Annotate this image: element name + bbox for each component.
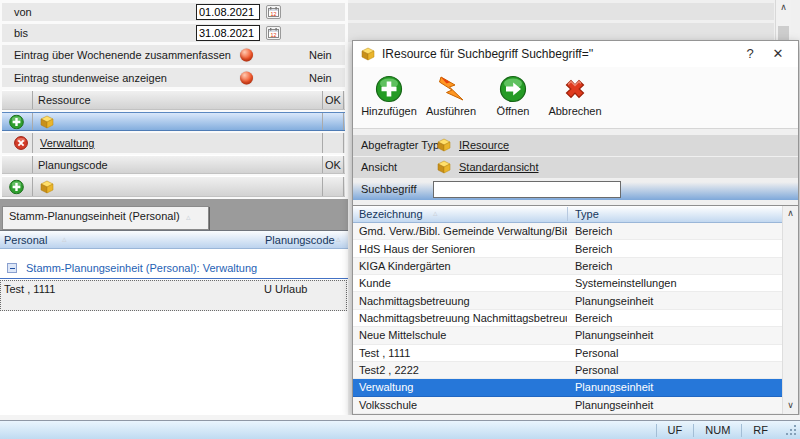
- execute-icon: [436, 74, 466, 104]
- table-row[interactable]: Nachmittagsbetreuung Nachmittagsbetreuu.…: [353, 310, 782, 327]
- tab-strip: Stamm-Planungseinheit (Personal) ▵: [0, 199, 348, 230]
- column-personal[interactable]: Personal: [4, 234, 47, 246]
- queried-type-link[interactable]: IResource: [459, 139, 509, 151]
- red-indicator-icon[interactable]: [240, 49, 253, 62]
- execute-button[interactable]: Ausführen: [423, 74, 479, 117]
- planungscode-add-row[interactable]: [2, 176, 345, 197]
- dialog-titlebar[interactable]: IResource für Suchbegriff Suchbegriff=''…: [353, 41, 798, 67]
- table-row[interactable]: Test , 1111 Personal: [353, 345, 782, 362]
- divider: [322, 91, 323, 109]
- planungscode-header-row: Planungscode OK: [2, 155, 345, 174]
- scroll-down-icon[interactable]: ∨: [783, 398, 798, 414]
- group-row[interactable]: Stamm-Planungseinheit (Personal): Verwal…: [0, 260, 348, 277]
- remove-icon[interactable]: [14, 136, 28, 150]
- add-icon[interactable]: [9, 114, 24, 129]
- bezeichnung-cell: Test , 1111: [353, 347, 567, 359]
- divider: [343, 133, 344, 153]
- type-cell: Personal: [567, 364, 618, 376]
- planungscode-cell: U Urlaub: [264, 283, 307, 295]
- view-link[interactable]: Standardansicht: [459, 161, 539, 173]
- divider: [322, 133, 323, 153]
- add-icon: [374, 74, 404, 104]
- divider: [322, 177, 323, 196]
- divider: [343, 113, 344, 130]
- result-table-body: Gmd. Verw./Bibl. Gemeinde Verwaltung/Bib…: [353, 223, 782, 414]
- column-planungscode[interactable]: Planungscode: [265, 234, 335, 246]
- open-icon: [498, 74, 528, 104]
- dialog-toolbar: Hinzufügen Ausführen Öffnen Abbrechen: [353, 67, 798, 129]
- red-indicator-icon[interactable]: [240, 71, 253, 84]
- divider: [343, 91, 344, 109]
- calendar-icon[interactable]: 12: [266, 26, 281, 40]
- divider: [322, 113, 323, 130]
- table-row[interactable]: Test , 1111 U Urlaub: [0, 280, 347, 311]
- date-to-input[interactable]: [196, 25, 260, 41]
- collapse-icon[interactable]: [7, 263, 17, 273]
- statusbar-item-uf: UF: [656, 424, 694, 437]
- table-row[interactable]: Kunde Systemeinstellungen: [353, 275, 782, 292]
- view-row: Ansicht Standardansicht: [353, 157, 798, 178]
- planungscode-ok-label: OK: [325, 159, 341, 171]
- queried-type-row: Abgefragter Typ IResource: [353, 135, 798, 156]
- table-row[interactable]: HdS Haus der Senioren Bereich: [353, 240, 782, 257]
- table-row[interactable]: Verwaltung Planungseinheit: [353, 379, 782, 396]
- personal-cell: Test , 1111: [4, 283, 55, 295]
- sort-asc-icon: ▵: [336, 234, 341, 244]
- close-icon[interactable]: ✕: [764, 43, 792, 65]
- type-cell: Systemeinstellungen: [567, 277, 677, 289]
- personal-grid-header: Personal ▵ Planungscode ▵: [0, 230, 348, 249]
- ressource-item-link[interactable]: Verwaltung: [40, 137, 94, 149]
- ressource-add-row[interactable]: [2, 112, 345, 131]
- type-cell: Personal: [567, 347, 618, 359]
- statusbar: UF NUM RF: [0, 420, 800, 439]
- divider: [343, 156, 344, 173]
- column-type[interactable]: Type: [575, 208, 599, 220]
- divider: [32, 133, 33, 153]
- resource-cube-icon: [437, 138, 451, 152]
- help-button[interactable]: ?: [736, 43, 764, 65]
- main-window-panel: von 12 bis 12 Eintrag über Wochenende zu…: [0, 0, 348, 420]
- resource-cube-icon: [437, 160, 451, 174]
- tab-stamm-planungseinheit[interactable]: Stamm-Planungseinheit (Personal) ▵: [2, 206, 209, 230]
- main-vertical-scrollbar[interactable]: ∧: [775, 0, 791, 42]
- queried-type-label: Abgefragter Typ: [361, 139, 439, 151]
- result-table: Bezeichnung ▵ Type Gmd. Verw./Bibl. Geme…: [353, 205, 798, 414]
- open-button[interactable]: Öffnen: [485, 74, 541, 117]
- search-input[interactable]: [433, 181, 621, 198]
- add-icon[interactable]: [9, 179, 24, 194]
- type-cell: Bereich: [567, 312, 612, 324]
- background-grid-row: [348, 3, 774, 20]
- ressource-item-row[interactable]: Verwaltung: [2, 133, 345, 153]
- dialog-fields: Abgefragter Typ IResource Ansicht Standa…: [353, 135, 798, 201]
- weekend-toggle-label: Eintrag über Wochenende zusammenfassen: [14, 49, 231, 61]
- bezeichnung-cell: KIGA Kindergärten: [353, 260, 567, 272]
- table-row[interactable]: Nachmittagsbetreuung Planungseinheit: [353, 292, 782, 309]
- resource-cube-icon: [361, 47, 375, 61]
- calendar-icon[interactable]: 12: [266, 5, 281, 19]
- personal-grid: Stamm-Planungseinheit (Personal): Verwal…: [0, 249, 348, 415]
- table-row[interactable]: Neue Mittelschule Planungseinheit: [353, 327, 782, 344]
- date-to-row: bis 12: [2, 24, 345, 42]
- resize-grip-icon[interactable]: [785, 424, 798, 437]
- column-bezeichnung[interactable]: Bezeichnung: [359, 208, 423, 220]
- divider: [32, 91, 33, 109]
- resource-cube-icon[interactable]: [40, 180, 54, 194]
- table-row[interactable]: Volksschule Planungseinheit: [353, 397, 782, 414]
- resource-cube-icon[interactable]: [40, 115, 54, 129]
- bezeichnung-cell: Nachmittagsbetreuung Nachmittagsbetreuu.…: [353, 312, 567, 324]
- bezeichnung-cell: Neue Mittelschule: [353, 329, 567, 341]
- result-table-header: Bezeichnung ▵ Type: [353, 206, 782, 223]
- table-row[interactable]: Gmd. Verw./Bibl. Gemeinde Verwaltung/Bib…: [353, 223, 782, 240]
- type-cell: Bereich: [567, 260, 612, 272]
- cancel-button[interactable]: Abbrechen: [547, 74, 603, 117]
- scroll-up-icon[interactable]: ∧: [783, 206, 798, 222]
- svg-text:12: 12: [271, 32, 277, 38]
- table-row[interactable]: Test2 , 2222 Personal: [353, 362, 782, 379]
- tab-label: Stamm-Planungseinheit (Personal): [9, 210, 180, 222]
- add-button[interactable]: Hinzufügen: [361, 74, 417, 117]
- scroll-up-icon[interactable]: ∧: [776, 0, 791, 16]
- table-vertical-scrollbar[interactable]: ∧ ∨: [782, 206, 798, 414]
- table-row[interactable]: KIGA Kindergärten Bereich: [353, 258, 782, 275]
- date-from-input[interactable]: [196, 4, 260, 20]
- divider: [32, 156, 33, 173]
